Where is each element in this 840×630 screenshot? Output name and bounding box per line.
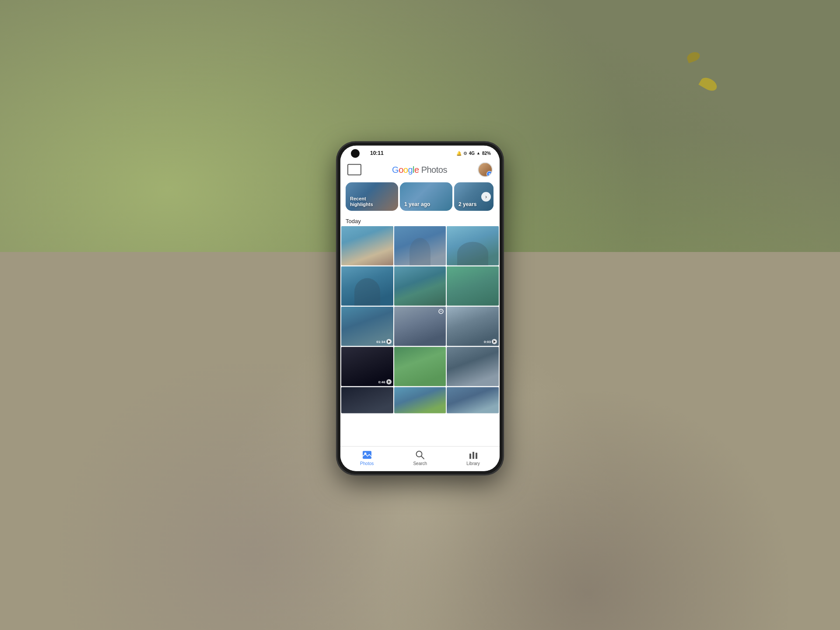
date-label: Today: [340, 214, 500, 226]
memory-card-1year[interactable]: 1 year ago: [400, 182, 452, 211]
bottom-nav: Photos Search: [340, 446, 500, 471]
memory-card-2years[interactable]: 2 years ›: [454, 182, 494, 211]
photo-cell[interactable]: [447, 226, 499, 266]
photo-cell-motion[interactable]: [394, 307, 446, 346]
photo-cell-video[interactable]: 01:34: [341, 307, 393, 346]
title-e: e: [414, 164, 419, 174]
memory-card-recent[interactable]: Recent highlights: [346, 182, 398, 211]
select-icon[interactable]: [347, 164, 361, 175]
search-icon: [414, 450, 426, 460]
svg-point-0: [439, 309, 443, 314]
app-header: Google Photos +: [340, 159, 500, 181]
photo-cell[interactable]: [447, 347, 499, 386]
settings-icon: ⚙: [463, 150, 467, 155]
photo-cell[interactable]: [341, 266, 393, 306]
signal-icon: ▲: [476, 151, 480, 155]
photo-grid[interactable]: 01:34: [340, 226, 500, 446]
status-icons: 🔔 ⚙ 4G ▲ 82%: [456, 150, 491, 155]
avatar-add-icon: +: [486, 171, 493, 177]
nav-search[interactable]: Search: [413, 450, 427, 466]
svg-rect-7: [476, 453, 477, 459]
photo-row-4: 0:46: [341, 347, 499, 386]
photos-icon: [361, 450, 373, 460]
battery-label: 82%: [482, 150, 491, 155]
phone-frame: 10:11 🔔 ⚙ 4G ▲ 82% Google Photos: [337, 142, 503, 475]
photo-cell-video[interactable]: 0:46: [341, 347, 393, 386]
photo-row-1: [341, 226, 499, 266]
memory-card-arrow[interactable]: ›: [481, 192, 491, 201]
camera-hole: [351, 149, 360, 158]
memory-card-label-2years: 2 years: [458, 201, 476, 207]
title-g: G: [392, 164, 399, 174]
nav-library[interactable]: Library: [466, 450, 480, 466]
app-title: Google Photos: [392, 164, 447, 175]
photo-cell[interactable]: [447, 266, 499, 306]
title-g2: g: [408, 164, 413, 174]
nav-photos-label: Photos: [360, 461, 374, 466]
status-bar: 10:11 🔔 ⚙ 4G ▲ 82%: [340, 146, 500, 159]
svg-line-4: [421, 456, 424, 459]
memory-card-label-recent: Recent highlights: [350, 196, 373, 207]
photo-cell[interactable]: [341, 226, 393, 266]
library-icon: [468, 450, 479, 460]
photo-cell[interactable]: [394, 347, 446, 386]
photo-cell[interactable]: [394, 226, 446, 266]
network-label: 4G: [469, 150, 475, 155]
photo-cell[interactable]: [341, 387, 393, 413]
title-o1: o: [399, 164, 403, 174]
notification-icon: 🔔: [456, 150, 462, 155]
title-photos: Photos: [419, 164, 447, 174]
user-avatar[interactable]: +: [478, 162, 493, 177]
nav-search-label: Search: [413, 461, 427, 466]
memories-strip: Recent highlights 1 year ago 2 years ›: [340, 181, 500, 214]
date-label-text: Today: [346, 218, 361, 224]
title-o2: o: [403, 164, 408, 174]
memory-card-label-1year: 1 year ago: [404, 201, 430, 207]
svg-rect-6: [472, 452, 474, 459]
photo-cell[interactable]: [394, 387, 446, 413]
photo-row-2: [341, 266, 499, 306]
photo-row-5: [341, 387, 499, 413]
nav-library-label: Library: [466, 461, 480, 466]
nav-photos[interactable]: Photos: [360, 450, 374, 466]
photo-cell[interactable]: [447, 387, 499, 413]
status-time: 10:11: [370, 150, 384, 156]
phone-screen: 10:11 🔔 ⚙ 4G ▲ 82% Google Photos: [340, 146, 500, 471]
svg-rect-5: [469, 454, 471, 459]
photo-row-3: 01:34: [341, 307, 499, 346]
photo-cell-video[interactable]: 0:03: [447, 307, 499, 346]
photo-cell[interactable]: [394, 266, 446, 306]
